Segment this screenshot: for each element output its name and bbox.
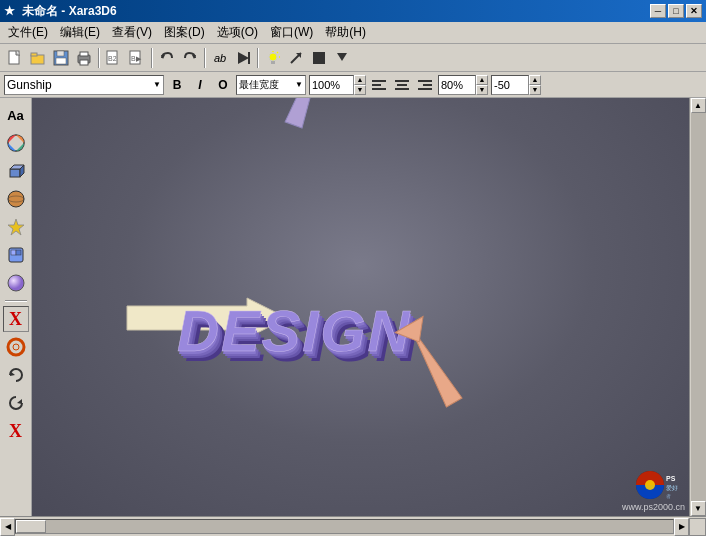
sphere-tool-button[interactable] [3, 186, 29, 212]
export-button[interactable]: B▶ [126, 47, 148, 69]
menu-file[interactable]: 文件(E) [2, 22, 54, 43]
zoom-input[interactable]: 100% [309, 75, 354, 95]
print-button[interactable] [73, 47, 95, 69]
svg-rect-18 [271, 61, 275, 64]
svg-rect-2 [31, 53, 37, 56]
scroll-thumb-horizontal[interactable] [16, 520, 46, 533]
v-input[interactable]: -50 [491, 75, 529, 95]
scroll-track-horizontal[interactable] [15, 519, 674, 534]
dropdown-button[interactable] [331, 47, 353, 69]
menu-options[interactable]: 选项(O) [211, 22, 264, 43]
bottom-x-button[interactable]: X [3, 418, 29, 444]
left-toolbar: Aa X X [0, 98, 32, 516]
minimize-button[interactable]: ─ [650, 4, 666, 18]
svg-text:PS: PS [666, 475, 676, 482]
redo-button[interactable] [179, 47, 201, 69]
watermark: PS 爱好 者 www.ps2000.cn [622, 467, 685, 512]
menu-pattern[interactable]: 图案(D) [158, 22, 211, 43]
svg-rect-24 [313, 52, 325, 64]
outline-button[interactable]: O [213, 75, 233, 95]
font-dropdown-arrow: ▼ [153, 80, 161, 89]
svg-point-47 [13, 344, 19, 350]
width-label: 最佳宽度 [239, 78, 279, 92]
font-selector[interactable]: Gunship ▼ [4, 75, 164, 95]
svg-rect-44 [16, 250, 21, 255]
left-toolbar-separator [5, 300, 27, 302]
spin-tool-button[interactable] [3, 390, 29, 416]
menu-edit[interactable]: 编辑(E) [54, 22, 106, 43]
zoom-up[interactable]: ▲ [354, 75, 366, 85]
main-area: Aa X X [0, 98, 706, 516]
width-arrow: ▼ [295, 80, 303, 89]
extrude-tool-button[interactable] [3, 158, 29, 184]
menu-help[interactable]: 帮助(H) [319, 22, 372, 43]
h-up[interactable]: ▲ [476, 75, 488, 85]
h-spinbox: 80% ▲ ▼ [438, 75, 488, 95]
v-up[interactable]: ▲ [529, 75, 541, 85]
italic-button[interactable]: I [190, 75, 210, 95]
title-bar: ★ 未命名 - Xara3D6 ─ □ ✕ [0, 0, 706, 22]
scroll-left-button[interactable]: ◀ [0, 518, 15, 536]
zoom-arrows: ▲ ▼ [354, 75, 366, 95]
svg-point-46 [8, 339, 24, 355]
material-tool-button[interactable] [3, 242, 29, 268]
import-button[interactable]: B2 [103, 47, 125, 69]
watermark-text: www.ps2000.cn [622, 502, 685, 512]
xara-x-button[interactable]: X [3, 306, 29, 332]
save-button[interactable] [50, 47, 72, 69]
h-input[interactable]: 80% [438, 75, 476, 95]
scroll-right-button[interactable]: ▶ [674, 518, 689, 536]
scroll-up-button[interactable]: ▲ [691, 98, 706, 113]
h-arrows: ▲ ▼ [476, 75, 488, 95]
bevel-tool-button[interactable] [3, 270, 29, 296]
align-right-button[interactable] [415, 75, 435, 95]
play-button[interactable] [232, 47, 254, 69]
toolbar-separator-4 [257, 48, 259, 68]
menu-window[interactable]: 窗口(W) [264, 22, 319, 43]
scroll-track-vertical[interactable] [691, 113, 706, 501]
width-selector[interactable]: 最佳宽度 ▼ [236, 75, 306, 95]
new-button[interactable] [4, 47, 26, 69]
window-controls: ─ □ ✕ [650, 4, 702, 18]
zoom-spinbox: 100% ▲ ▼ [309, 75, 366, 95]
right-scrollbar: ▲ ▼ [689, 98, 706, 516]
align-center-button[interactable] [392, 75, 412, 95]
scene-svg: DESIGN DESIGN DESIGN DESIGN DESIGN DESIG… [32, 98, 689, 516]
canvas-area[interactable]: DESIGN DESIGN DESIGN DESIGN DESIGN DESIG… [32, 98, 689, 516]
square-button[interactable] [308, 47, 330, 69]
open-button[interactable] [27, 47, 49, 69]
bottom-bar: ◀ ▶ [0, 516, 706, 536]
rotate-tool-button[interactable] [3, 362, 29, 388]
bold-button[interactable]: B [167, 75, 187, 95]
ring-tool-button[interactable] [3, 334, 29, 360]
svg-marker-48 [10, 371, 15, 376]
svg-marker-41 [8, 219, 24, 235]
close-button[interactable]: ✕ [686, 4, 702, 18]
svg-rect-43 [11, 250, 16, 255]
toolbar-separator-2 [151, 48, 153, 68]
svg-marker-49 [17, 399, 22, 404]
svg-marker-50 [285, 98, 336, 128]
v-down[interactable]: ▼ [529, 85, 541, 95]
align-left-button[interactable] [369, 75, 389, 95]
undo-button[interactable] [156, 47, 178, 69]
svg-text:B▶: B▶ [131, 55, 142, 62]
svg-marker-25 [337, 53, 347, 61]
arrow-button[interactable] [285, 47, 307, 69]
menu-bar: 文件(E) 编辑(E) 查看(V) 图案(D) 选项(O) 窗口(W) 帮助(H… [0, 22, 706, 44]
scroll-down-button[interactable]: ▼ [691, 501, 706, 516]
star-tool-button[interactable] [3, 214, 29, 240]
svg-rect-5 [56, 58, 66, 64]
text-tool-button[interactable]: Aa [3, 102, 29, 128]
color-tool-button[interactable] [3, 130, 29, 156]
svg-text:者: 者 [666, 493, 671, 499]
light-button[interactable] [262, 47, 284, 69]
maximize-button[interactable]: □ [668, 4, 684, 18]
svg-marker-15 [238, 52, 249, 64]
text-style-button[interactable]: ab [209, 47, 231, 69]
zoom-down[interactable]: ▼ [354, 85, 366, 95]
menu-view[interactable]: 查看(V) [106, 22, 158, 43]
h-down[interactable]: ▼ [476, 85, 488, 95]
svg-text:爱好: 爱好 [666, 485, 678, 491]
toolbar-separator-3 [204, 48, 206, 68]
